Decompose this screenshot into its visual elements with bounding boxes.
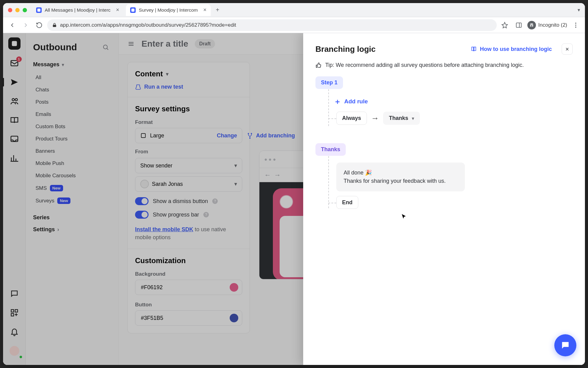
flow-step-1: Step 1 ＋ Add rule Always ⤑ Thanks [315, 76, 573, 125]
incognito-indicator[interactable]: Incognito (2) [527, 21, 567, 29]
apps-nav-icon[interactable] [9, 307, 20, 318]
run-test-label: Run a new test [144, 84, 183, 90]
info-icon[interactable]: ? [212, 198, 218, 204]
add-rule-button[interactable]: ＋ Add rule [334, 98, 573, 105]
dismiss-toggle-label: Show a dismiss button [153, 198, 208, 205]
sidebar-item-label: SMS [36, 185, 47, 191]
survey-settings-section: Survey settings Format Large Change From… [128, 97, 250, 249]
sidebar-item-custom-bots[interactable]: Custom Bots [33, 121, 111, 133]
sidebar-item-product-tours[interactable]: Product Tours [33, 133, 111, 145]
sidebar: Outbound Messages ▾ All Chats Posts Emai… [26, 33, 119, 365]
window-zoom-icon[interactable] [23, 8, 27, 12]
new-tab-button[interactable]: + [213, 6, 222, 14]
sidebar-item-sms[interactable]: SMS New [33, 182, 111, 194]
svg-point-7 [575, 26, 576, 28]
sidebar-item-label: Posts [36, 99, 49, 105]
step-badge-1[interactable]: Step 1 [315, 76, 343, 89]
window-minimize-icon[interactable] [15, 8, 20, 12]
chevron-down-icon: ▾ [166, 71, 168, 77]
url-input[interactable]: app.intercom.com/a/apps/nnsgmgob/outboun… [47, 19, 497, 31]
customization-section: Customization Background #F06192 Button … [128, 249, 250, 333]
survey-settings-title: Survey settings [135, 105, 242, 113]
side-panel-button[interactable] [513, 20, 524, 31]
svg-rect-17 [141, 133, 145, 137]
svg-point-5 [575, 22, 576, 24]
flow-step-thanks: Thanks All done 🎉 Thanks for sharing you… [315, 143, 573, 206]
draft-status-badge: Draft [195, 39, 215, 48]
sidebar-item-label: Banners [36, 148, 55, 154]
messenger-nav-icon[interactable] [9, 288, 20, 299]
sidebar-item-mobile-push[interactable]: Mobile Push [33, 157, 111, 170]
browser-address-bar: app.intercom.com/a/apps/nnsgmgob/outboun… [3, 17, 585, 33]
content-section-header[interactable]: Content ▾ [128, 62, 250, 81]
messenger-fab[interactable] [554, 334, 576, 356]
info-icon[interactable]: ? [203, 212, 209, 217]
page-title-input[interactable]: Enter a title [141, 39, 188, 49]
browser-menu-button[interactable] [570, 20, 581, 31]
svg-rect-1 [131, 9, 134, 12]
format-value: Large [150, 132, 164, 139]
target-step-select[interactable]: Thanks [383, 112, 420, 125]
articles-nav-icon[interactable] [9, 115, 20, 126]
add-rule-label: Add rule [344, 98, 368, 105]
presence-indicator-icon [19, 355, 23, 359]
step-badge-thanks[interactable]: Thanks [315, 143, 346, 156]
bookmark-button[interactable] [499, 20, 510, 31]
button-label: Button [135, 302, 242, 308]
sidebar-item-surveys[interactable]: Surveys New [33, 194, 111, 207]
change-format-button[interactable]: Change [217, 132, 237, 139]
sidebar-item-label: Chats [36, 87, 49, 93]
from-person-select[interactable]: Sarah Jonas ▾ [135, 176, 242, 192]
tab-title: All Messages | Moodjoy | Interc [45, 7, 111, 13]
collapse-sidebar-button[interactable] [127, 40, 135, 48]
sidebar-search-button[interactable] [100, 42, 111, 53]
tab-close-icon[interactable]: × [116, 7, 119, 13]
notifications-nav-icon[interactable] [9, 326, 20, 337]
sidebar-item-banners[interactable]: Banners [33, 145, 111, 157]
sidebar-item-mobile-carousels[interactable]: Mobile Carousels [33, 170, 111, 182]
sidebar-item-posts[interactable]: Posts [33, 96, 111, 108]
browser-tab-active[interactable]: Survey | Moodjoy | Intercom × [126, 4, 211, 16]
background-label: Background [135, 271, 242, 277]
window-controls[interactable] [6, 8, 29, 12]
svg-rect-15 [11, 313, 13, 316]
always-chip: Always [336, 112, 367, 125]
nav-reload-button[interactable] [34, 20, 45, 31]
dismiss-toggle[interactable] [135, 197, 149, 205]
run-test-button[interactable]: Run a new test [128, 81, 250, 97]
tab-close-icon[interactable]: × [203, 7, 207, 13]
window-close-icon[interactable] [8, 8, 12, 12]
progress-toggle[interactable] [135, 211, 149, 219]
sidebar-item-settings[interactable]: Settings › [33, 226, 111, 233]
browser-tab[interactable]: All Messages | Moodjoy | Interc × [32, 4, 123, 16]
cursor-icon [401, 213, 407, 220]
howto-link[interactable]: How to use branching logic [471, 46, 552, 52]
button-color-field[interactable]: #3F51B5 [135, 310, 242, 326]
sidebar-item-chats[interactable]: Chats [33, 84, 111, 96]
sidebar-item-all[interactable]: All [33, 71, 111, 84]
show-sender-select[interactable]: Show sender ▾ [135, 158, 242, 173]
nav-back-button[interactable] [7, 20, 18, 31]
app-logo[interactable] [8, 37, 21, 50]
svg-point-16 [104, 45, 107, 49]
sidebar-item-emails[interactable]: Emails [33, 108, 111, 121]
profile-nav-icon[interactable] [9, 345, 20, 356]
sidebar-group-messages[interactable]: Messages ▾ [33, 61, 111, 68]
reports-nav-icon[interactable] [9, 153, 20, 164]
sidebar-item-series[interactable]: Series [33, 214, 111, 221]
tab-list-button[interactable]: ▾ [578, 7, 582, 13]
lock-icon [52, 23, 57, 28]
inbox-nav-icon[interactable]: 1 [9, 58, 20, 69]
svg-rect-8 [12, 41, 17, 46]
nav-forward-button[interactable] [20, 20, 31, 31]
background-color-value: #F06192 [141, 284, 163, 291]
outbound-nav-icon[interactable] [9, 77, 20, 88]
url-text: app.intercom.com/a/apps/nnsgmgob/outboun… [60, 22, 236, 28]
background-color-field[interactable]: #F06192 [135, 280, 242, 295]
install-sdk-link[interactable]: Install the mobile SDK [135, 226, 193, 232]
close-panel-button[interactable]: × [562, 44, 573, 55]
sidebar-item-label: Custom Bots [36, 124, 65, 130]
tip-row: Tip: We recommend adding all survey ques… [315, 62, 573, 68]
inbox2-nav-icon[interactable] [9, 134, 20, 145]
contacts-nav-icon[interactable] [9, 96, 20, 107]
